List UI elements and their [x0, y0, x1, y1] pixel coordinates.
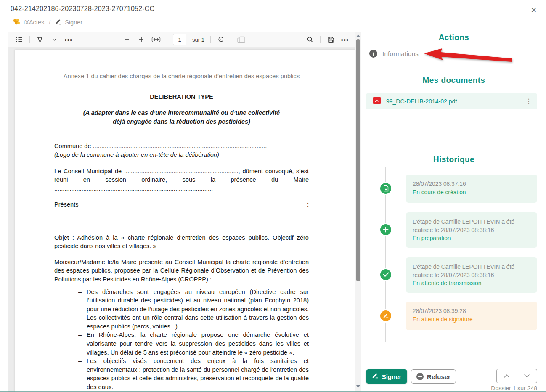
pen-icon	[379, 309, 392, 323]
breadcrumb-separator: /	[49, 19, 50, 26]
zoom-in-icon[interactable]	[137, 34, 146, 45]
zoom-out-icon[interactable]	[123, 34, 131, 45]
doc-maire-para: Monsieur/Madame le/la Maire présente au …	[54, 258, 309, 284]
history-card: L'étape de Camille LEPOITTEVIN a été réa…	[406, 212, 537, 248]
page-total-label: sur 1	[192, 37, 204, 43]
history-event-text: L'étape de Camille LEPOITTEVIN a été réa…	[413, 263, 531, 279]
doc-subtitle: (A adapter dans le cas d’une intercommun…	[54, 109, 309, 126]
bullet-dash: –	[78, 357, 82, 366]
page-number-input[interactable]	[173, 34, 186, 45]
doc-bullet-item: – En Rhône-Alpes, la charte régionale pr…	[78, 331, 309, 357]
refuse-button[interactable]: Refuser	[411, 369, 456, 384]
info-icon: i	[369, 50, 377, 58]
actions-title: Actions	[362, 33, 546, 42]
bullet-dash: –	[78, 331, 82, 339]
breadcrumb: iXActes / Signer	[13, 18, 82, 26]
section-divider	[366, 146, 537, 146]
doc-annexe-header: Annexe 1 du cahier des charges de la cha…	[54, 72, 309, 81]
history-event-text: 28/07/2023 08:37:16	[413, 180, 531, 188]
doc-commune-line: Commune de .............................…	[54, 142, 309, 151]
informations-action[interactable]: i Informations	[369, 50, 419, 58]
doc-bullet-text: En Rhône-Alpes, la charte régionale prop…	[87, 331, 309, 355]
save-icon[interactable]	[326, 34, 335, 45]
section-divider	[366, 68, 537, 68]
doc-conseil-para: Le Conseil Municipal de ................…	[54, 167, 309, 193]
next-dossier-button[interactable]	[517, 369, 537, 383]
breadcrumb-app-label: iXActes	[24, 19, 44, 26]
document-file-name[interactable]: 99_DC-DELIB-2014-02.pdf	[386, 98, 520, 105]
pen-icon	[55, 19, 62, 26]
breadcrumb-current-label: Signer	[65, 19, 82, 26]
previous-dossier-button[interactable]	[497, 369, 517, 383]
red-arrow-annotation	[423, 48, 514, 66]
pdf-scrollbar[interactable]	[355, 32, 361, 392]
pdf-file-icon	[373, 96, 381, 106]
refuse-button-label: Refuser	[427, 373, 451, 380]
doc-bullet-text: Des démarches sont engagées au niveau eu…	[87, 289, 309, 330]
dossier-pager	[496, 369, 537, 383]
check-icon	[379, 268, 392, 281]
two-page-icon	[237, 34, 246, 45]
file-plus-icon	[379, 182, 392, 195]
history-card: 28/07/2023 08:39:28 En attente de signat…	[406, 302, 537, 330]
doc-bullet-item: – Des démarches sont engagées au niveau …	[78, 288, 309, 331]
doc-bullet-list: – Des démarches sont engagées au niveau …	[54, 288, 309, 392]
toolbar-divider	[29, 36, 30, 43]
informations-label: Informations	[382, 50, 419, 57]
toolbar-divider	[210, 36, 211, 43]
draw-icon[interactable]	[36, 34, 44, 45]
close-icon[interactable]: ✕	[531, 7, 537, 14]
kebab-icon[interactable]: ⋮	[525, 98, 532, 105]
scroll-down-icon[interactable]	[355, 383, 361, 389]
toolbar-divider	[320, 36, 321, 43]
page-title: 042-214202186-20230728-2023-27071052-CC	[11, 5, 154, 13]
toc-icon[interactable]	[15, 34, 24, 45]
rotate-icon[interactable]	[217, 34, 225, 45]
chevron-down-icon[interactable]	[50, 34, 58, 45]
doc-logo-line: (Logo de la commune à ajouter en en-tête…	[54, 151, 309, 159]
more-icon[interactable]: •••	[341, 34, 349, 45]
pen-icon	[372, 373, 379, 380]
minus-circle-icon	[416, 373, 424, 380]
breadcrumb-app[interactable]: iXActes	[13, 18, 44, 26]
document-list-item[interactable]: 99_DC-DELIB-2014-02.pdf ⋮	[366, 93, 537, 109]
history-event-status: En cours de création	[413, 188, 531, 197]
history-event-text: L'étape de Camille LEPOITTEVIN a été réa…	[413, 218, 531, 234]
plus-icon	[379, 223, 392, 236]
toolbar-divider	[231, 36, 231, 43]
right-panel: Actions i Informations Mes documents 99_…	[362, 29, 546, 392]
doc-objet-para: Objet : Adhésion à la « charte régionale…	[54, 233, 309, 251]
history-title: Historique	[362, 155, 546, 164]
document-content: Annexe 1 du cahier des charges de la cha…	[15, 50, 355, 392]
doc-bullet-item: – Les objectifs visés concernent des enj…	[78, 357, 309, 391]
scrollbar-thumb[interactable]	[356, 39, 360, 281]
pdf-toolbar: ••• sur 1	[8, 32, 355, 47]
documents-title: Mes documents	[362, 76, 546, 85]
toolbar-divider	[167, 36, 167, 43]
sign-button-label: Signer	[382, 373, 402, 380]
history-event-status: En préparation	[413, 234, 531, 243]
fit-width-icon[interactable]	[151, 34, 161, 45]
doc-presents-line: Présents : .............................…	[54, 200, 309, 217]
doc-title: DELIBERATION TYPE	[54, 93, 309, 101]
app-logo-icon	[13, 18, 21, 26]
doc-subtitle-line1: (A adapter dans le cas d’une intercommun…	[83, 109, 280, 116]
sign-button[interactable]: Signer	[366, 369, 407, 384]
history-card: 28/07/2023 08:37:16 En cours de création	[406, 175, 537, 203]
pdf-viewer: ••• sur 1	[8, 32, 355, 392]
more-icon[interactable]: •••	[64, 34, 73, 45]
doc-bullet-text: Les objectifs visés concernent des enjeu…	[87, 358, 309, 390]
history-event-status: En attente de signature	[413, 315, 531, 324]
breadcrumb-current[interactable]: Signer	[55, 19, 82, 26]
pdf-page: Annexe 1 du cahier des charges de la cha…	[15, 50, 355, 392]
bullet-dash: –	[78, 288, 82, 297]
history-event-text: 28/07/2023 08:39:28	[413, 307, 531, 315]
history-event-status: En attente de transmission	[413, 279, 531, 288]
search-icon[interactable]	[306, 34, 314, 45]
dossier-count-label: Dossier 1 sur 248	[491, 385, 537, 392]
history-card: L'étape de Camille LEPOITTEVIN a été réa…	[406, 257, 537, 293]
scroll-up-icon[interactable]	[355, 32, 361, 39]
doc-subtitle-line2: déjà engagée dans la réduction des pesti…	[113, 118, 250, 125]
